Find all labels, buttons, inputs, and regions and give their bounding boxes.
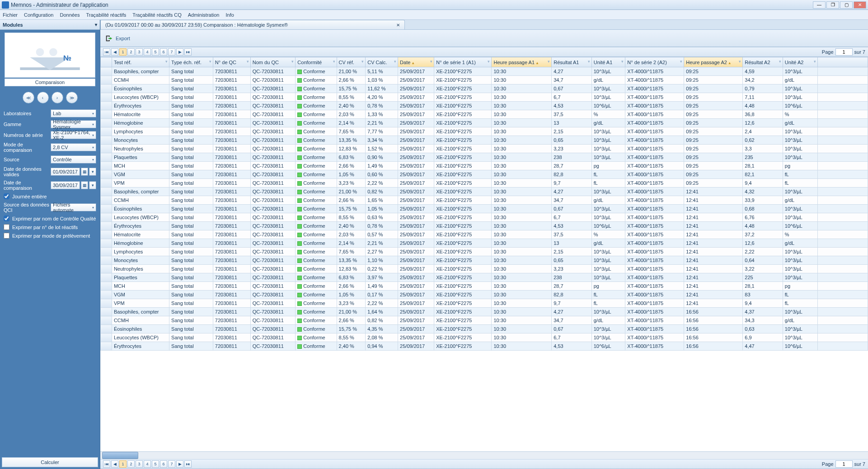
- chk-lot-reactifs[interactable]: [4, 224, 9, 230]
- menu-administration[interactable]: Administration: [188, 12, 220, 18]
- pager-next[interactable]: ▶: [176, 48, 183, 56]
- menu-tra-abilit-r-actifs-cq[interactable]: Traçabilité réactifs CQ: [132, 12, 181, 18]
- filter-icon[interactable]: ▾: [680, 59, 682, 64]
- export-label[interactable]: Export: [116, 36, 130, 41]
- table-row[interactable]: Leucocytes (WBCP)Sang total72030811QC-72…: [101, 213, 868, 222]
- pager-page-input[interactable]: [835, 48, 853, 56]
- col-header[interactable]: Heure passage A1▲▾: [492, 57, 552, 67]
- pager-last[interactable]: ⏭: [184, 460, 192, 468]
- col-header[interactable]: Unité A1▾: [591, 57, 625, 67]
- datecomp-input[interactable]: 30/09/2017: [51, 181, 80, 189]
- menu-tra-abilit-r-actifs[interactable]: Traçabilité réactifs: [86, 12, 127, 18]
- col-header[interactable]: Résultat A2▾: [743, 57, 783, 67]
- filter-icon[interactable]: ▾: [394, 59, 396, 64]
- table-row[interactable]: HémoglobineSang total72030811QC-72030811…: [101, 239, 868, 248]
- table-row[interactable]: LymphocytesSang total72030811QC-72030811…: [101, 248, 868, 256]
- pager-page-4[interactable]: 4: [144, 48, 151, 56]
- col-header[interactable]: CV réf.▾: [337, 57, 366, 67]
- nav-last-button[interactable]: ≫: [66, 92, 78, 103]
- pager-page-7[interactable]: 7: [168, 460, 175, 468]
- pager-page-5[interactable]: 5: [152, 460, 159, 468]
- nav-prev-button[interactable]: ‹: [37, 92, 49, 103]
- table-row[interactable]: HématocriteSang total72030811QC-72030811…: [101, 110, 868, 119]
- filter-icon[interactable]: ▾: [621, 59, 624, 64]
- filter-icon[interactable]: ▾: [165, 59, 168, 64]
- table-row[interactable]: LymphocytesSang total72030811QC-72030811…: [101, 127, 868, 136]
- pager-prev[interactable]: ◀: [111, 48, 118, 56]
- pager-page-1[interactable]: 1: [119, 48, 127, 56]
- table-row[interactable]: MCHSang total72030811QC-72030811Conforme…: [101, 282, 868, 291]
- table-row[interactable]: ÉosinophilesSang total72030811QC-7203081…: [101, 325, 868, 333]
- filter-icon[interactable]: ▾: [291, 59, 294, 64]
- pager-prev[interactable]: ◀: [111, 460, 118, 468]
- filter-icon[interactable]: ▾: [588, 59, 590, 64]
- table-row[interactable]: MonocytesSang total72030811QC-72030811Co…: [101, 136, 868, 145]
- nav-next-button[interactable]: ›: [52, 92, 63, 103]
- calculer-button[interactable]: Calculer: [2, 457, 98, 467]
- pager-first[interactable]: ⏮: [103, 460, 110, 468]
- pager-page-7[interactable]: 7: [168, 48, 175, 56]
- col-header[interactable]: N° de série 1 (A1)▾: [434, 57, 492, 67]
- filter-icon[interactable]: ▾: [548, 59, 550, 64]
- pager-first[interactable]: ⏮: [103, 48, 110, 56]
- col-header[interactable]: Date▲▾: [398, 57, 434, 67]
- journee-checkbox[interactable]: [4, 193, 9, 199]
- pager-page-6[interactable]: 6: [160, 460, 167, 468]
- table-row[interactable]: ÉrythrocytesSang total72030811QC-7203081…: [101, 342, 868, 351]
- table-row[interactable]: CCMHSang total72030811QC-72030811Conform…: [101, 316, 868, 325]
- pager-page-1[interactable]: 1: [119, 460, 127, 468]
- col-header[interactable]: Type éch. réf.▾: [169, 57, 213, 67]
- col-header[interactable]: Unité A2▾: [783, 57, 817, 67]
- table-row[interactable]: Basophiles, compterSang total72030811QC-…: [101, 67, 868, 76]
- pager-page-3[interactable]: 3: [136, 460, 143, 468]
- table-row[interactable]: NeutrophylesSang total72030811QC-7203081…: [101, 145, 868, 153]
- menu-configuration[interactable]: Configuration: [24, 12, 53, 18]
- table-row[interactable]: ÉrythrocytesSang total72030811QC-7203081…: [101, 222, 868, 230]
- table-row[interactable]: MonocytesSang total72030811QC-72030811Co…: [101, 256, 868, 265]
- table-row[interactable]: CCMHSang total72030811QC-72030811Conform…: [101, 196, 868, 205]
- table-row[interactable]: VGMSang total72030811QC-72030811Conforme…: [101, 291, 868, 299]
- tab-close-icon[interactable]: ✕: [396, 23, 400, 28]
- srcqci-select[interactable]: Fichiers automate▾: [51, 203, 96, 211]
- filter-icon[interactable]: ▾: [488, 59, 490, 64]
- pager-page-input[interactable]: [835, 460, 853, 468]
- table-row[interactable]: VGMSang total72030811QC-72030811Conforme…: [101, 170, 868, 179]
- lab-select[interactable]: Lab▾: [51, 109, 96, 117]
- chk-nom-cq[interactable]: [4, 216, 9, 221]
- table-row[interactable]: CCMHSang total72030811QC-72030811Conform…: [101, 76, 868, 84]
- datevalid-input[interactable]: 01/09/2017: [51, 168, 80, 176]
- numeros-select[interactable]: XE-2100^F1764, XE-2▾: [51, 131, 96, 139]
- table-row[interactable]: Basophiles, compterSang total72030811QC-…: [101, 188, 868, 196]
- close-button[interactable]: ✕: [854, 1, 866, 9]
- modules-header[interactable]: Modules ▾: [0, 20, 100, 30]
- table-row[interactable]: VPMSang total72030811QC-72030811Conforme…: [101, 299, 868, 308]
- pager-page-3[interactable]: 3: [136, 48, 143, 56]
- source-select[interactable]: Contrôle▾: [51, 155, 96, 164]
- mode-select[interactable]: 2,8 CV▾: [51, 143, 96, 151]
- table-row[interactable]: ÉrythrocytesSang total72030811QC-7203081…: [101, 102, 868, 110]
- maximize-button[interactable]: ▢: [840, 1, 853, 9]
- col-header[interactable]: Heure passage A2▲▾: [684, 57, 743, 67]
- chk-mode-prelevement[interactable]: [4, 233, 9, 239]
- table-row[interactable]: PlaquettesSang total72030811QC-72030811C…: [101, 153, 868, 162]
- horizontal-scrollbar[interactable]: [100, 451, 868, 459]
- pager-last[interactable]: ⏭: [184, 48, 192, 56]
- export-icon[interactable]: [105, 34, 113, 42]
- menu-donn-es[interactable]: Données: [60, 12, 80, 18]
- table-row[interactable]: HémoglobineSang total72030811QC-72030811…: [101, 119, 868, 127]
- pager-page-5[interactable]: 5: [152, 48, 159, 56]
- filter-icon[interactable]: ▾: [209, 59, 211, 64]
- col-header[interactable]: Test réf.▾: [112, 57, 169, 67]
- pager-next[interactable]: ▶: [176, 460, 183, 468]
- col-header[interactable]: Nom du QC▾: [250, 57, 296, 67]
- col-header[interactable]: N° de QC▾: [213, 57, 250, 67]
- nav-first-button[interactable]: ≪: [23, 92, 34, 103]
- col-header[interactable]: Résultat A1▾: [552, 57, 591, 67]
- filter-icon[interactable]: ▾: [247, 59, 249, 64]
- table-row[interactable]: PlaquettesSang total72030811QC-72030811C…: [101, 273, 868, 282]
- col-header[interactable]: [818, 57, 868, 67]
- minimize-button[interactable]: —: [813, 1, 826, 9]
- pager-page-6[interactable]: 6: [160, 48, 167, 56]
- filter-icon[interactable]: ▾: [333, 59, 335, 64]
- pager-page-4[interactable]: 4: [144, 460, 151, 468]
